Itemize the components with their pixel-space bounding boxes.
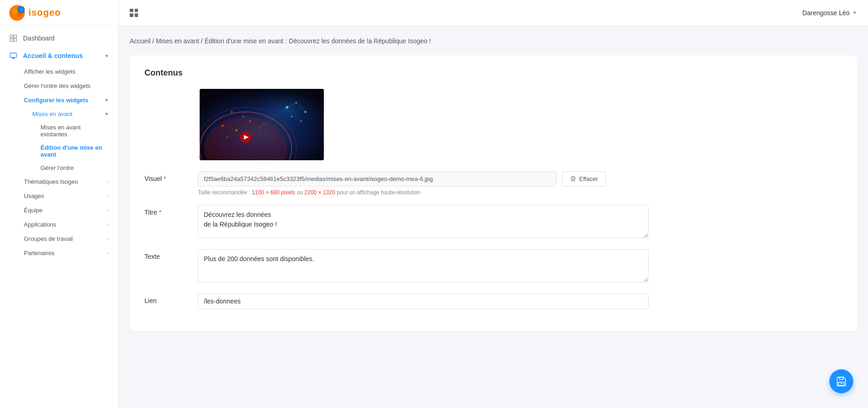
logo-icon <box>9 5 25 21</box>
sidebar-item-equipe-label: Équipe <box>24 207 42 214</box>
content-card: Contenus <box>130 55 857 331</box>
sidebar-sub-configurer-widgets-label: Configurer les widgets <box>24 97 88 104</box>
sidebar-sub-gerer-ordre-widgets[interactable]: Gérer l'ordre des widgets <box>0 79 118 93</box>
chevron-right-icon-applications: › <box>108 222 109 227</box>
lien-input[interactable] <box>198 293 649 309</box>
logo-text: isogeo <box>29 7 61 18</box>
logo-area: isogeo <box>0 0 118 26</box>
sidebar-item-thematiques-label: Thématiques Isogeo <box>24 178 78 185</box>
visuel-file-input[interactable] <box>198 171 557 187</box>
content-area: Accueil / Mises en avant / Édition d'une… <box>119 26 868 408</box>
visuel-control-wrap: Effacer Taille recommandée : 1100 × 660 … <box>198 171 842 196</box>
svg-point-13 <box>227 136 228 138</box>
breadcrumb: Accueil / Mises en avant / Édition d'une… <box>130 37 857 46</box>
visuel-form-row: Visuel * Effacer Taille re <box>144 171 842 196</box>
sidebar-deepest-mises-existantes-label: Mises en avant existantes <box>40 124 109 138</box>
sidebar-item-equipe[interactable]: Équipe › <box>0 203 118 217</box>
user-name: Darengosse Léo <box>802 9 850 17</box>
lien-form-row: Lien <box>144 293 842 309</box>
svg-rect-32 <box>839 377 843 379</box>
chevron-right-icon-thematiques: › <box>108 179 109 184</box>
main-area: Darengosse Léo ▼ Accueil / Mises en avan… <box>119 0 868 408</box>
user-caret-icon: ▼ <box>852 10 857 15</box>
svg-point-18 <box>231 111 233 112</box>
file-input-row: Effacer <box>198 171 842 187</box>
dashboard-icon <box>9 34 17 42</box>
file-hint: Taille recommandée : 1100 × 660 pixels o… <box>198 189 842 196</box>
required-star-visuel: * <box>164 175 166 182</box>
texte-control-wrap: Plus de 200 données sont disponibles. <box>198 249 649 284</box>
sidebar-item-thematiques-isogeo[interactable]: Thématiques Isogeo › <box>0 175 118 189</box>
titre-control-wrap: Découvrez les données de la République I… <box>198 205 649 240</box>
svg-point-4 <box>19 7 23 12</box>
sidebar-item-partenaires[interactable]: Partenaires › <box>0 246 118 260</box>
sidebar-deep-mises-en-avant[interactable]: Mises en avant ▼ <box>0 107 118 121</box>
chevron-down-icon-mises: ▼ <box>104 111 109 117</box>
sidebar-deepest-edition-label: Édition d'une mise en avant <box>40 144 109 158</box>
titre-label: Titre * <box>144 205 190 216</box>
save-fab-button[interactable] <box>829 369 853 393</box>
sidebar-item-dashboard[interactable]: Dashboard <box>0 29 118 47</box>
visuel-label: Visuel * <box>144 171 190 182</box>
effacer-icon <box>570 175 576 182</box>
image-preview <box>200 89 324 160</box>
sidebar-deepest-edition-mise-en-avant[interactable]: Édition d'une mise en avant <box>0 141 118 161</box>
sidebar-item-partenaires-label: Partenaires <box>24 250 54 256</box>
chevron-right-icon-groupes: › <box>108 236 109 241</box>
texte-label: Texte <box>144 249 190 260</box>
save-icon <box>836 376 846 386</box>
chevron-right-icon-usages: › <box>108 193 109 198</box>
sidebar-item-applications[interactable]: Applications › <box>0 217 118 232</box>
sidebar-item-dashboard-label: Dashboard <box>23 35 55 42</box>
titre-form-row: Titre * Découvrez les données de la Répu… <box>144 205 842 240</box>
chevron-down-icon: ▼ <box>104 53 109 58</box>
topbar: Darengosse Léo ▼ <box>119 0 868 26</box>
sidebar-deepest-gerer-ordre-label: Gérer l'ordre <box>40 164 74 171</box>
svg-point-22 <box>291 116 293 117</box>
sidebar-deep-mises-en-avant-label: Mises en avant <box>32 111 72 117</box>
sidebar-item-groupes-de-travail[interactable]: Groupes de travail › <box>0 232 118 246</box>
sidebar-deepest-gerer-ordre[interactable]: Gérer l'ordre <box>0 161 118 175</box>
globe-svg <box>200 89 324 160</box>
svg-rect-5 <box>10 53 17 58</box>
effacer-button[interactable]: Effacer <box>562 171 606 187</box>
sidebar-item-groupes-label: Groupes de travail <box>24 235 73 242</box>
sidebar-item-applications-label: Applications <box>24 221 56 228</box>
section-title: Contenus <box>144 68 842 78</box>
sidebar-item-usages[interactable]: Usages › <box>0 189 118 203</box>
sidebar: isogeo Dashboard Accueil & contenus ▼ <box>0 0 119 408</box>
titre-textarea[interactable]: Découvrez les données de la République I… <box>198 205 649 238</box>
sidebar-item-usages-label: Usages <box>24 192 44 199</box>
lien-label: Lien <box>144 293 190 304</box>
sidebar-deepest-mises-en-avant-existantes[interactable]: Mises en avant existantes <box>0 121 118 141</box>
sidebar-nav: Dashboard Accueil & contenus ▼ Afficher … <box>0 26 118 408</box>
chevron-right-icon-partenaires: › <box>108 251 109 256</box>
svg-point-17 <box>264 123 264 124</box>
texte-textarea[interactable]: Plus de 200 données sont disponibles. <box>198 249 649 282</box>
lien-control-wrap <box>198 293 842 309</box>
chevron-right-icon-equipe: › <box>108 208 109 213</box>
grid-icon[interactable] <box>130 9 138 17</box>
monitor-icon <box>9 52 17 60</box>
sidebar-item-accueil-contenus[interactable]: Accueil & contenus ▼ <box>0 47 118 64</box>
sidebar-sub-afficher-widgets[interactable]: Afficher les widgets <box>0 64 118 79</box>
svg-point-16 <box>243 116 244 117</box>
texte-form-row: Texte Plus de 200 données sont disponibl… <box>144 249 842 284</box>
sidebar-sub-configurer-widgets[interactable]: Configurer les widgets ▼ <box>0 93 118 107</box>
svg-point-23 <box>300 120 302 122</box>
chevron-down-icon-configurer: ▼ <box>104 98 109 103</box>
user-menu[interactable]: Darengosse Léo ▼ <box>802 9 857 17</box>
svg-point-1 <box>12 8 17 14</box>
sidebar-sub-afficher-widgets-label: Afficher les widgets <box>24 68 75 75</box>
effacer-label: Effacer <box>579 175 598 182</box>
sidebar-item-accueil-contenus-label: Accueil & contenus <box>23 52 83 59</box>
required-star-titre: * <box>159 209 161 216</box>
sidebar-sub-gerer-ordre-widgets-label: Gérer l'ordre des widgets <box>24 82 91 89</box>
